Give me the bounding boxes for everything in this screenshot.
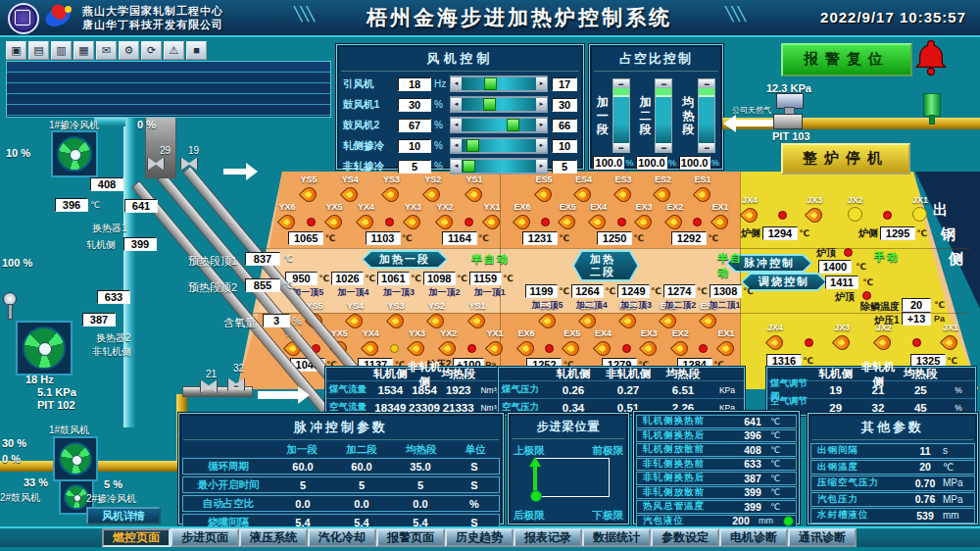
nav-tab-1[interactable]: 燃控页面 [102, 528, 171, 547]
pulse-param-value: 60.0 [273, 461, 332, 473]
refresh-icon[interactable]: ⟳ [141, 41, 162, 60]
settings-icon[interactable]: ⚙ [119, 41, 139, 60]
slider-left-arrow-icon[interactable]: ◄ [451, 160, 462, 173]
thermo-unit: mm [759, 516, 782, 526]
slider-up-arrow-icon[interactable]: ▬ [699, 79, 714, 88]
slider-track[interactable] [462, 160, 536, 173]
table-row-unit: KPa [710, 385, 744, 395]
fan-slider[interactable]: ◄► [450, 75, 548, 92]
stop-icon[interactable]: ■ [186, 41, 207, 60]
pulse-param-row: 循环周期60.060.035.0S [182, 458, 500, 475]
nav-tab-7[interactable]: 报表记录 [514, 528, 582, 547]
tile-icon[interactable]: ▥ [51, 41, 72, 60]
slider-down-arrow-icon[interactable]: ▬ [699, 143, 714, 152]
table-header-row: 轧机侧非轧机侧均热段 [326, 368, 509, 380]
fan-slider[interactable]: ◄► [450, 117, 548, 133]
fan-slider[interactable]: ◄► [450, 96, 548, 113]
nav-tab-4[interactable]: 汽化冷却 [308, 528, 376, 547]
roof-temp-label: 加二顶4 [569, 299, 613, 312]
duty-slider-track[interactable] [613, 88, 629, 143]
zone-button[interactable]: 加热一段 [364, 252, 446, 267]
slider-right-arrow-icon[interactable]: ► [536, 77, 547, 90]
burner-YS1: YS1 [465, 301, 490, 328]
nav-tab-8[interactable]: 数据统计 [582, 528, 651, 547]
duty-vertical-slider[interactable]: ▬▬ [698, 78, 715, 153]
slider-up-arrow-icon[interactable]: ▬ [656, 79, 671, 88]
chart-icon[interactable]: ▦ [74, 41, 94, 60]
zone-temp-group: 1316℃ [766, 354, 815, 368]
slider-right-arrow-icon[interactable]: ► [536, 139, 547, 152]
mail-icon[interactable]: ✉ [96, 41, 117, 60]
slider-down-arrow-icon[interactable]: ▬ [656, 143, 671, 152]
slider-left-arrow-icon[interactable]: ◄ [451, 119, 462, 131]
fan-slider[interactable]: ◄► [450, 137, 548, 154]
slider-right-arrow-icon[interactable]: ► [536, 98, 547, 111]
window-icon[interactable]: ▣ [6, 41, 26, 60]
slider-up-arrow-icon[interactable]: ▬ [613, 79, 629, 88]
valve-number-1: 29 [160, 145, 171, 156]
thermocouple-panel: 轧机侧换热前641℃轧机侧换热后396℃轧机侧放散前408℃非轧侧换热前633℃… [633, 411, 800, 525]
temp-box-396: 396 [55, 198, 88, 212]
slider-down-arrow-icon[interactable]: ▬ [613, 143, 629, 152]
nav-tab-11[interactable]: 通讯诊断 [788, 528, 857, 547]
zone-temp-group: 炉侧1294℃ [741, 226, 811, 240]
thermo-row: 非轧侧放散前399℃ [636, 486, 797, 500]
org-line1: 燕山大学国家轧制工程中心 [82, 4, 223, 19]
alert-icon[interactable]: ⚠ [164, 41, 184, 60]
fan-slider[interactable]: ◄► [450, 158, 548, 175]
slider-left-arrow-icon[interactable]: ◄ [451, 98, 462, 111]
slider-track[interactable] [462, 139, 536, 152]
slider-right-arrow-icon[interactable]: ► [536, 160, 547, 173]
soaking-mode-label: 手动 [874, 250, 900, 265]
nav-tab-10[interactable]: 电机诊断 [719, 528, 788, 547]
duty-slider-track[interactable] [699, 88, 714, 143]
burner-label: YS4 [347, 301, 364, 311]
slider-left-arrow-icon[interactable]: ◄ [451, 77, 462, 90]
roof-temp-group: 1159℃ [469, 272, 515, 285]
fan-row-3: 鼓风机267%◄►66 [343, 116, 577, 134]
slider-track[interactable] [462, 77, 536, 90]
slider-left-arrow-icon[interactable]: ◄ [451, 139, 462, 152]
temp-unit-396: ℃ [90, 200, 100, 210]
nav-tab-9[interactable]: 参数设定 [651, 528, 719, 547]
duty-vertical-slider[interactable]: ▬▬ [655, 78, 672, 153]
slider-thumb[interactable] [507, 119, 519, 131]
thermo-value: 387 [735, 473, 770, 484]
nav-tab-3[interactable]: 液压系统 [239, 528, 308, 547]
duty-value-group: 100.0% [593, 156, 633, 170]
zone-temp-value: 1316 [766, 354, 802, 368]
burner-flame-icon [564, 338, 580, 356]
alarm-list-panel[interactable] [6, 61, 331, 118]
nav-tab-6[interactable]: 历史趋势 [445, 528, 514, 547]
alarm-reset-button[interactable]: 报警复位 [781, 43, 912, 76]
nav-tab-5[interactable]: 报警页面 [376, 528, 445, 547]
fan-row-label: 轧侧掺冷 [343, 139, 398, 153]
slider-thumb[interactable] [483, 98, 496, 111]
burner-status-dot [912, 338, 921, 347]
slider-right-arrow-icon[interactable]: ► [536, 119, 547, 131]
zone-button[interactable]: 加热二段 [574, 252, 637, 279]
burner-ES4: ES4 [571, 175, 597, 202]
pulse-param-row: 最小开启时间555S [182, 476, 500, 493]
cascade-icon[interactable]: ▤ [28, 41, 49, 60]
duty-slider-track[interactable] [656, 88, 671, 143]
slider-thumb[interactable] [484, 77, 497, 90]
slider-thumb[interactable] [466, 139, 479, 152]
burn-adjust-button[interactable]: 调烧控制 [743, 275, 825, 289]
furnace-stop-button[interactable]: 整炉停机 [781, 143, 910, 175]
slider-thumb[interactable] [463, 160, 475, 173]
burner-label: YX1 [483, 202, 500, 212]
nav-tab-2[interactable]: 步进页面 [171, 528, 239, 547]
temp-box-387: 387 [82, 313, 116, 326]
roof-temp-value: 1159 [469, 272, 502, 285]
roof1-temp-unit: ℃ [856, 262, 866, 272]
slider-track[interactable] [462, 119, 536, 131]
table-cell-value: 18349 [373, 402, 408, 414]
slider-track[interactable] [462, 98, 536, 111]
burner-label: JX2 [848, 195, 863, 205]
fan-detail-button[interactable]: 风机详情 [86, 507, 161, 525]
duty-vertical-slider[interactable]: ▬▬ [612, 78, 630, 153]
other-param-unit: mm [943, 510, 972, 521]
thermo-unit: ℃ [770, 417, 794, 426]
table-cell-value: 19 [814, 384, 857, 396]
